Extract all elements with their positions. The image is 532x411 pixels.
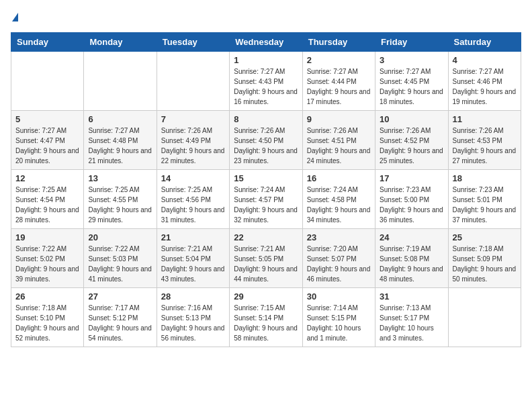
calendar-cell <box>448 287 521 347</box>
calendar-cell: 16Sunrise: 7:24 AM Sunset: 4:58 PM Dayli… <box>302 169 375 228</box>
day-number: 17 <box>380 173 443 183</box>
calendar-cell: 5Sunrise: 7:27 AM Sunset: 4:47 PM Daylig… <box>11 110 84 169</box>
calendar-cell: 11Sunrise: 7:26 AM Sunset: 4:53 PM Dayli… <box>448 110 521 169</box>
calendar-week-row: 12Sunrise: 7:25 AM Sunset: 4:54 PM Dayli… <box>11 169 521 228</box>
day-number: 15 <box>234 173 298 183</box>
day-info: Sunrise: 7:25 AM Sunset: 4:55 PM Dayligh… <box>88 185 152 225</box>
day-info: Sunrise: 7:21 AM Sunset: 5:04 PM Dayligh… <box>161 244 225 284</box>
calendar-cell: 4Sunrise: 7:27 AM Sunset: 4:46 PM Daylig… <box>448 51 521 110</box>
calendar-cell: 8Sunrise: 7:26 AM Sunset: 4:50 PM Daylig… <box>230 110 302 169</box>
day-number: 29 <box>234 291 298 302</box>
day-number: 28 <box>161 291 225 302</box>
day-number: 20 <box>88 232 152 242</box>
day-number: 16 <box>307 173 371 183</box>
day-number: 30 <box>307 291 371 302</box>
calendar-cell: 27Sunrise: 7:17 AM Sunset: 5:12 PM Dayli… <box>84 287 157 347</box>
logo-triangle-icon <box>12 13 18 21</box>
day-number: 14 <box>161 173 225 183</box>
day-number: 2 <box>307 55 371 65</box>
calendar-header-friday: Friday <box>375 32 448 51</box>
day-info: Sunrise: 7:24 AM Sunset: 4:58 PM Dayligh… <box>307 185 371 225</box>
calendar-cell: 28Sunrise: 7:16 AM Sunset: 5:13 PM Dayli… <box>157 287 229 347</box>
day-number: 3 <box>380 55 443 65</box>
day-info: Sunrise: 7:13 AM Sunset: 5:17 PM Dayligh… <box>380 303 443 343</box>
calendar-cell: 20Sunrise: 7:22 AM Sunset: 5:03 PM Dayli… <box>84 228 157 287</box>
day-info: Sunrise: 7:21 AM Sunset: 5:05 PM Dayligh… <box>234 244 298 284</box>
calendar-cell: 23Sunrise: 7:20 AM Sunset: 5:07 PM Dayli… <box>302 228 375 287</box>
day-number: 1 <box>234 55 298 65</box>
day-info: Sunrise: 7:27 AM Sunset: 4:45 PM Dayligh… <box>380 66 443 107</box>
calendar-cell: 6Sunrise: 7:27 AM Sunset: 4:48 PM Daylig… <box>84 110 157 169</box>
day-number: 10 <box>380 114 443 124</box>
day-number: 31 <box>380 291 443 302</box>
day-info: Sunrise: 7:27 AM Sunset: 4:48 PM Dayligh… <box>88 126 152 166</box>
calendar-header-tuesday: Tuesday <box>157 32 229 51</box>
day-info: Sunrise: 7:17 AM Sunset: 5:12 PM Dayligh… <box>88 303 152 343</box>
calendar-cell: 21Sunrise: 7:21 AM Sunset: 5:04 PM Dayli… <box>157 228 229 287</box>
day-info: Sunrise: 7:18 AM Sunset: 5:10 PM Dayligh… <box>15 303 79 343</box>
calendar-cell: 3Sunrise: 7:27 AM Sunset: 4:45 PM Daylig… <box>375 51 448 110</box>
calendar-cell <box>11 51 84 110</box>
day-number: 22 <box>234 232 298 242</box>
calendar-cell: 1Sunrise: 7:27 AM Sunset: 4:43 PM Daylig… <box>230 51 302 110</box>
calendar-cell: 9Sunrise: 7:26 AM Sunset: 4:51 PM Daylig… <box>302 110 375 169</box>
day-info: Sunrise: 7:27 AM Sunset: 4:46 PM Dayligh… <box>453 66 517 107</box>
day-info: Sunrise: 7:23 AM Sunset: 5:01 PM Dayligh… <box>453 185 517 225</box>
day-number: 25 <box>453 232 517 242</box>
day-number: 8 <box>234 114 298 124</box>
day-info: Sunrise: 7:20 AM Sunset: 5:07 PM Dayligh… <box>307 244 371 284</box>
day-info: Sunrise: 7:26 AM Sunset: 4:51 PM Dayligh… <box>307 126 371 166</box>
calendar-header-thursday: Thursday <box>302 32 375 51</box>
day-number: 7 <box>161 114 225 124</box>
day-info: Sunrise: 7:27 AM Sunset: 4:44 PM Dayligh… <box>307 66 371 107</box>
header <box>11 11 521 24</box>
day-info: Sunrise: 7:26 AM Sunset: 4:52 PM Dayligh… <box>380 126 443 166</box>
calendar-cell: 13Sunrise: 7:25 AM Sunset: 4:55 PM Dayli… <box>84 169 157 228</box>
calendar-week-row: 26Sunrise: 7:18 AM Sunset: 5:10 PM Dayli… <box>11 287 521 347</box>
calendar-cell: 31Sunrise: 7:13 AM Sunset: 5:17 PM Dayli… <box>375 287 448 347</box>
day-info: Sunrise: 7:22 AM Sunset: 5:03 PM Dayligh… <box>88 244 152 284</box>
day-info: Sunrise: 7:25 AM Sunset: 4:54 PM Dayligh… <box>15 185 79 225</box>
calendar-header-monday: Monday <box>84 32 157 51</box>
calendar-cell <box>157 51 229 110</box>
calendar-cell: 7Sunrise: 7:26 AM Sunset: 4:49 PM Daylig… <box>157 110 229 169</box>
calendar-table: SundayMondayTuesdayWednesdayThursdayFrid… <box>11 32 521 347</box>
calendar-week-row: 19Sunrise: 7:22 AM Sunset: 5:02 PM Dayli… <box>11 228 521 287</box>
calendar-week-row: 5Sunrise: 7:27 AM Sunset: 4:47 PM Daylig… <box>11 110 521 169</box>
day-info: Sunrise: 7:18 AM Sunset: 5:09 PM Dayligh… <box>453 244 517 284</box>
day-number: 12 <box>15 173 79 183</box>
day-info: Sunrise: 7:27 AM Sunset: 4:43 PM Dayligh… <box>234 66 298 107</box>
day-number: 26 <box>15 291 79 302</box>
day-info: Sunrise: 7:26 AM Sunset: 4:49 PM Dayligh… <box>161 126 225 166</box>
calendar-cell: 15Sunrise: 7:24 AM Sunset: 4:57 PM Dayli… <box>230 169 302 228</box>
calendar-cell: 22Sunrise: 7:21 AM Sunset: 5:05 PM Dayli… <box>230 228 302 287</box>
calendar-cell: 24Sunrise: 7:19 AM Sunset: 5:08 PM Dayli… <box>375 228 448 287</box>
calendar-cell: 18Sunrise: 7:23 AM Sunset: 5:01 PM Dayli… <box>448 169 521 228</box>
day-number: 6 <box>88 114 152 124</box>
calendar-cell: 19Sunrise: 7:22 AM Sunset: 5:02 PM Dayli… <box>11 228 84 287</box>
logo <box>11 11 18 24</box>
day-info: Sunrise: 7:27 AM Sunset: 4:47 PM Dayligh… <box>15 126 79 166</box>
calendar-cell: 14Sunrise: 7:25 AM Sunset: 4:56 PM Dayli… <box>157 169 229 228</box>
day-number: 19 <box>15 232 79 242</box>
calendar-header-wednesday: Wednesday <box>230 32 302 51</box>
day-number: 27 <box>88 291 152 302</box>
day-info: Sunrise: 7:19 AM Sunset: 5:08 PM Dayligh… <box>380 244 443 284</box>
calendar-cell: 25Sunrise: 7:18 AM Sunset: 5:09 PM Dayli… <box>448 228 521 287</box>
day-info: Sunrise: 7:25 AM Sunset: 4:56 PM Dayligh… <box>161 185 225 225</box>
calendar-cell: 10Sunrise: 7:26 AM Sunset: 4:52 PM Dayli… <box>375 110 448 169</box>
calendar-cell: 12Sunrise: 7:25 AM Sunset: 4:54 PM Dayli… <box>11 169 84 228</box>
day-info: Sunrise: 7:26 AM Sunset: 4:50 PM Dayligh… <box>234 126 298 166</box>
page: SundayMondayTuesdayWednesdayThursdayFrid… <box>0 0 532 358</box>
day-number: 9 <box>307 114 371 124</box>
day-info: Sunrise: 7:14 AM Sunset: 5:15 PM Dayligh… <box>307 303 371 343</box>
day-number: 24 <box>380 232 443 242</box>
day-number: 18 <box>453 173 517 183</box>
day-number: 11 <box>453 114 517 124</box>
calendar-header-saturday: Saturday <box>448 32 521 51</box>
calendar-cell: 2Sunrise: 7:27 AM Sunset: 4:44 PM Daylig… <box>302 51 375 110</box>
calendar-header-sunday: Sunday <box>11 32 84 51</box>
day-number: 4 <box>453 55 517 65</box>
day-info: Sunrise: 7:24 AM Sunset: 4:57 PM Dayligh… <box>234 185 298 225</box>
calendar-cell <box>84 51 157 110</box>
